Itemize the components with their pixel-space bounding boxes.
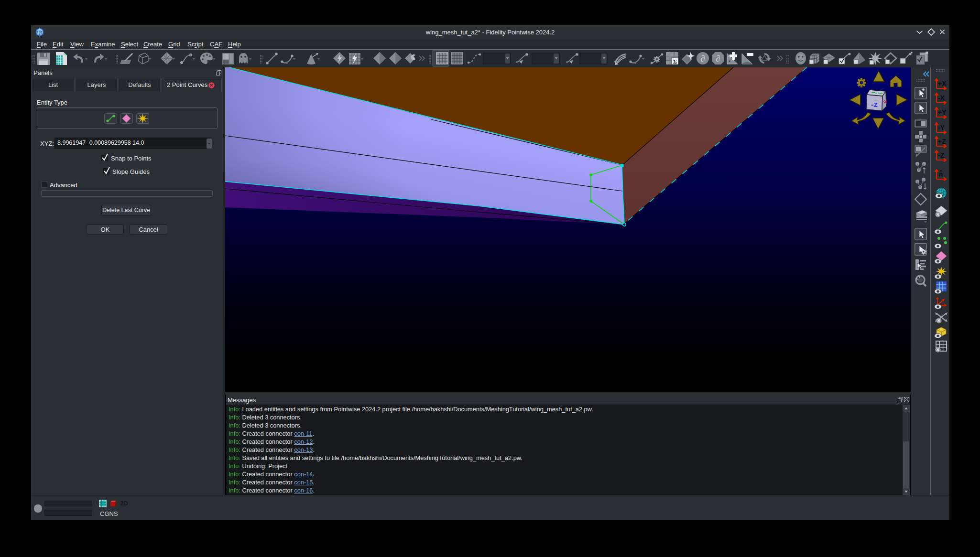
svg-text:-Z: -Z — [938, 151, 945, 159]
svg-text:+Y: +Y — [938, 108, 947, 116]
svg-text:+X: +X — [938, 80, 947, 87]
svg-text:-z: -z — [871, 100, 878, 109]
svg-text:-X: -X — [938, 94, 945, 102]
svg-text:n̂: n̂ — [939, 170, 943, 178]
svg-text:+Z: +Z — [938, 138, 946, 145]
svg-text:-Y: -Y — [938, 124, 945, 131]
